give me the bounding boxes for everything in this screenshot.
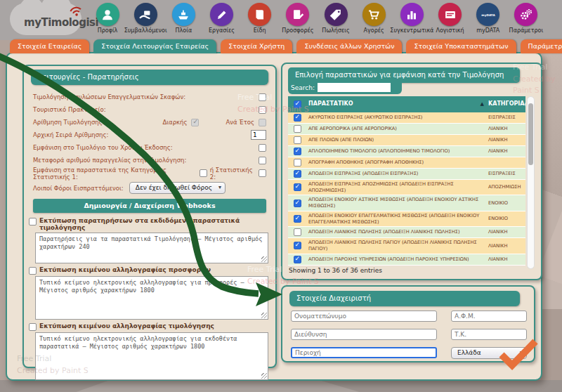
document-name-cell: ΑΠΟΔΕΙΞΗ ΕΙΣΠΡΑΞΗΣ ΑΠΟΖΗΜΙΩΣΗΣ (ΑΠΟΔΕΙΞΗ… [306, 180, 486, 195]
row-checkbox-cell [288, 135, 306, 145]
tab-4[interactable]: Συνδέσεις άλλων Χρηστών [296, 39, 402, 53]
row-checkbox[interactable] [294, 228, 301, 236]
row-checkbox[interactable] [294, 159, 301, 166]
stat1-checkbox[interactable] [200, 169, 207, 177]
column-header-document[interactable]: ΠΑΡΑΣΤΑΤΙΚΟ ▲ [306, 99, 486, 109]
document-name: ΑΠΟΔΕΙΞΗ ΕΝΟΙΚΙΟΥ ΑΣΤΙΚΗΣ ΜΙΣΘΩΣΗΣ (ΑΠΟΔ… [308, 197, 484, 209]
table-scrollbar[interactable] [527, 96, 535, 269]
category-cell: ΕΝΟΙΚΙΟ [486, 195, 525, 210]
setting-row: Τουριστικό Πρακτορείο: [30, 103, 269, 116]
column-header-category[interactable]: ΚΑΤΗΓΟΡΙΑ ▲▼ [486, 99, 525, 109]
resize-handle-icon[interactable] [261, 313, 267, 318]
row-checkbox[interactable] [294, 114, 301, 122]
print-option-checkbox[interactable] [29, 267, 37, 275]
table-row[interactable]: ΑΠΕ ΑΕΡΟΠΟΡΙΚΑ (ΑΠΕ ΑΕΡΟΠΟΡΙΚΑ)ΛΙΑΝΙΚΗ [288, 124, 525, 135]
search-label: Search: [291, 84, 315, 91]
table-row[interactable]: ΑΠΟΔΕΙΞΗ ΛΙΑΝΙΚΗΣ ΠΩΛΗΣΗΣ ΠΑΓΙΟΥ (ΑΠΟΔΕΙ… [288, 238, 525, 254]
table-row[interactable]: ΑΠΟΔΕΙΞΗ ΕΝΟΙΚΙΟΥ ΑΣΤΙΚΗΣ ΜΙΣΘΩΣΗΣ (ΑΠΟΔ… [288, 195, 525, 211]
tasks-pencil-icon [210, 3, 233, 26]
toolbar-item-2[interactable]: Πλοία [164, 3, 202, 38]
tab-2[interactable]: Στοιχεία Λειτουργίας Εταιρείας [93, 39, 216, 53]
toolbar-item-11[interactable]: Παράμετροι [507, 3, 545, 38]
toolbar-item-5[interactable]: Προσφορές [279, 3, 317, 38]
fullname-input[interactable] [291, 311, 437, 322]
toolbar-item-6[interactable]: Πωλήσεις [317, 3, 355, 38]
area-input[interactable] [291, 347, 437, 358]
row-checkbox[interactable] [294, 242, 301, 249]
toolbar-item-8[interactable]: Συγκεντρωτικά [393, 3, 431, 38]
document-name: ΑΠΟΔΕΙΞΗ ΕΙΣΠΡΑΞΗΣ (ΑΠΟΔΕΙΞΗ ΕΙΣΠΡΑΞΗΣ) [308, 171, 418, 177]
serial-start-input[interactable] [251, 130, 266, 140]
serial-start-row: Αρχική Σειρά Αρίθμησης: [30, 129, 269, 141]
scrollbar-thumb[interactable] [528, 103, 533, 165]
setting-checkbox[interactable] [259, 144, 266, 152]
tab-6[interactable]: Παράμετροι Προφίλ [521, 39, 562, 53]
category-cell [486, 157, 525, 168]
setting-checkbox[interactable] [259, 93, 266, 101]
toolbar-item-10[interactable]: myDATAmyDATA [469, 3, 507, 38]
table-row[interactable]: ΑΠΟΔΕΙΞΗ ΕΙΣΠΡΑΞΗΣ ΑΠΟΖΗΜΙΩΣΗΣ (ΑΠΟΔΕΙΞΗ… [288, 180, 525, 195]
parameters-gears-icon [514, 3, 537, 26]
print-textarea[interactable]: Τυπικό κείμενο ηλεκτρονικής αλληλογραφία… [35, 276, 268, 320]
toolbar-item-3[interactable]: Εργασίες [203, 3, 241, 38]
print-textarea[interactable]: Τυπικό κείμενο ηλεκτρονικής αλληλογραφία… [35, 332, 268, 380]
row-checkbox-cell [288, 146, 306, 157]
row-checkbox[interactable] [294, 125, 301, 133]
print-option-checkbox[interactable] [29, 323, 37, 331]
category-value: ΕΙΣΠΡΑΞΕΙΣ [488, 171, 516, 177]
stat2-checkbox[interactable] [259, 169, 266, 177]
setting-label: Τιμολόγηση Ναυλώσεων Επαγγελματικών Σκαφ… [33, 93, 185, 100]
toolbar-item-4[interactable]: Είδη [241, 3, 279, 38]
row-checkbox[interactable] [294, 215, 301, 223]
tab-3[interactable]: Στοιχεία Χρήστη [221, 39, 292, 53]
toolbar-item-1[interactable]: Συμβαλλόμενοι [126, 3, 164, 38]
webhooks-button[interactable]: Δημιουργία / Διαχείριση Webhooks [33, 199, 266, 213]
resize-handle-icon[interactable] [261, 256, 267, 262]
accounting-ledger-icon [438, 3, 462, 26]
country-select[interactable]: Ελλάδα [451, 347, 527, 359]
resize-handle-icon[interactable] [261, 373, 267, 379]
admin-details-panel: Στοιχεία Διαχειριστή Ελλάδα [281, 285, 535, 362]
row-checkbox[interactable] [294, 170, 301, 178]
setting-checkbox[interactable] [259, 106, 266, 114]
table-row[interactable]: ΑΠΛΟΠΟΙΗΜΕΝΟ ΤΙΜΟΛΟΓΙΟ (ΑΠΛΟΠΟΙΗΜΕΝΟ ΤΙΜ… [288, 146, 525, 157]
table-row[interactable]: ΑΠΕ ΠΛΟΙΩΝ (ΑΠΕ ΠΛΟΙΩΝ)ΛΙΑΝΙΚΗ [288, 135, 525, 146]
table-row[interactable]: ΑΠΟΔΕΙΞΗ ΕΙΣΠΡΑΞΗΣ (ΑΠΟΔΕΙΞΗ ΕΙΣΠΡΑΞΗΣ)Ε… [288, 169, 525, 180]
address-input[interactable] [291, 329, 437, 340]
toolbar-item-7[interactable]: Αγορές [355, 3, 393, 38]
functions-rows: Τιμολόγηση Ναυλώσεων Επαγγελματικών Σκαφ… [30, 91, 269, 196]
tab-1[interactable]: Στοιχεία Εταιρείας [10, 39, 89, 53]
toolbar-item-0[interactable]: Προφίλ [89, 3, 126, 38]
table-row[interactable]: ΑΠΟΔΕΙΞΗ ΛΙΑΝΙΚΗΣ ΠΩΛΗΣΗΣ (ΑΠΟΔΕΙΞΗ ΛΙΑΝ… [288, 227, 525, 238]
category-cell: ΛΙΑΝΙΚΗ [486, 146, 525, 157]
category-cell: ΕΝΟΙΚΙΟ [486, 211, 525, 226]
toolbar-item-label: Παράμετροι [509, 27, 544, 34]
row-checkbox[interactable] [294, 148, 301, 155]
print-option-checkbox[interactable] [29, 218, 37, 226]
row-checkbox[interactable] [294, 183, 301, 191]
table-row[interactable]: ΑΚΥΡΩΤΙΚΟ ΕΙΣΠΡΑΞΗΣ (ΑΚΥΡΩΤΙΚΟ ΕΙΣΠΡΑΞΗΣ… [288, 112, 525, 124]
category-cell: ΛΙΑΝΙΚΗ [486, 238, 525, 253]
select-all-checkbox[interactable] [294, 100, 301, 108]
svg-text:myDATA: myDATA [481, 13, 495, 16]
table-row[interactable]: ΑΠΟΔΕΙΞΗ ΕΝΟΙΚΙΟΥ ΕΠΑΓΓΕΛΜΑΤΙΚΗΣ ΜΙΣΘΩΣΗ… [288, 211, 525, 227]
afm-input[interactable] [451, 311, 527, 322]
taxes-row: Λοιποί Φόροι Εισπραττόμενοι:Δεν έχει δηλ… [30, 180, 269, 196]
row-checkbox[interactable] [294, 256, 301, 263]
category-value: ΕΝΟΙΚΙΟ [488, 200, 508, 207]
print-textarea[interactable]: Παρατηρήσεις για τα παραστατικά Τιμολόγη… [35, 233, 268, 263]
setting-checkbox[interactable] [259, 157, 266, 164]
table-row[interactable]: ΑΠΟΔΕΙΞΗ ΠΑΡΟΧΗΣ ΥΠΗΡΕΣΙΩΝ (ΑΠΟΔΕΙΞΗ ΠΑΡ… [288, 254, 525, 266]
toolbar-item-label: Προφίλ [98, 27, 118, 34]
functions-panel-title: Λειτουργίες - Παρατηρήσεις [31, 70, 268, 85]
table-row[interactable]: ΑΠΟΓΡΑΦΗ ΑΠΟΘΗΚΗΣ (ΑΠΟΓΡΑΦΗ ΑΠΟΘΗΚΗΣ) [288, 157, 525, 169]
search-input[interactable] [318, 83, 391, 92]
tk-input[interactable] [451, 329, 527, 340]
taxes-select[interactable]: Δεν έχει δηλωθεί Φόρος [129, 182, 226, 194]
category-cell: ΕΙΣΠΡΑΞΕΙΣ [486, 169, 525, 179]
setting-row: Τιμολόγηση Ναυλώσεων Επαγγελματικών Σκαφ… [30, 91, 269, 103]
toolbar-item-9[interactable]: Λογιστική [431, 3, 469, 38]
row-checkbox[interactable] [294, 200, 301, 207]
row-checkbox[interactable] [294, 136, 301, 144]
tab-5[interactable]: Στοιχεία Υποκαταστημάτων [406, 39, 516, 53]
